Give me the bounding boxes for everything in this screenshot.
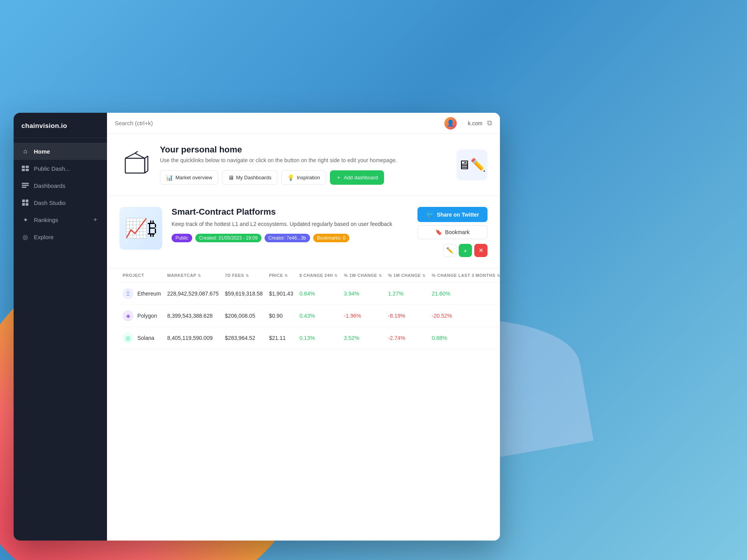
close-icon-button[interactable]: ✕	[474, 244, 487, 257]
tag-created: Created: 31/05/2023 - 19:09	[195, 234, 261, 242]
home-quicklinks: 📊 Market overview 🖥 My Dashboards 💡 Insp…	[160, 170, 447, 185]
sidebar-item-dashboards[interactable]: Dashboards	[14, 177, 107, 194]
action-icons-group: ✏️ + ✕	[443, 244, 487, 257]
share-twitter-button[interactable]: 🐦 Share on Twitter	[417, 207, 487, 222]
sidebar-label-dash-studio: Dash Studio	[34, 200, 66, 206]
svg-rect-10	[26, 203, 28, 206]
topbar-settings-icon[interactable]: ⧉	[487, 119, 492, 127]
content-area: Your personal home Use the quicklinks be…	[107, 134, 500, 541]
col-change1w[interactable]: % 1W CHANGE ⇅	[341, 268, 385, 283]
main-content: 👤 · k.com ⧉	[107, 113, 500, 541]
pol-name: Polygon	[137, 313, 157, 319]
add-dashboard-button[interactable]: ＋ Add dashboard	[330, 170, 384, 185]
add-icon: +	[464, 247, 467, 254]
sidebar-item-public-dash[interactable]: Public Dash...	[14, 160, 107, 177]
dashboard-tags: Public Created: 31/05/2023 - 19:09 Creat…	[172, 234, 408, 242]
dashboard-section: 📈₿ Smart-Contract Platforms Keep track o…	[107, 196, 500, 268]
cell-project-sol: ◎ Solana	[119, 327, 164, 349]
sol-icon: ◎	[123, 332, 133, 343]
table-row: Ξ Ethereum 228,942,529,087.675 $59,619,3…	[119, 283, 500, 305]
twitter-icon: 🐦	[426, 211, 434, 218]
dashboard-desc: Keep track of the hottest L1 and L2 ecos…	[172, 220, 408, 228]
svg-rect-9	[22, 203, 25, 206]
svg-rect-11	[125, 158, 145, 173]
sidebar-item-home[interactable]: ⌂ Home	[14, 143, 107, 160]
svg-rect-6	[22, 187, 26, 188]
table-row: ◈ Polygon 8,399,543,388.628 $206,008.05 …	[119, 305, 500, 327]
market-overview-icon: 📊	[166, 174, 173, 181]
table-section: PROJECT MARKETCAP ⇅ 7D FEES ⇅ PRICE ⇅ $ …	[107, 268, 500, 357]
sidebar-item-explore[interactable]: ◎ Explore	[14, 228, 107, 245]
svg-rect-0	[22, 166, 25, 168]
topbar: 👤 · k.com ⧉	[107, 113, 500, 134]
eth-icon: Ξ	[123, 288, 133, 299]
col-project: PROJECT	[119, 268, 164, 283]
home-title: Your personal home	[160, 145, 447, 155]
rankings-icon: ✦	[21, 216, 29, 224]
col-change1m[interactable]: % 1M CHANGE ⇅	[385, 268, 428, 283]
tag-public: Public	[172, 234, 192, 242]
sidebar-label-home: Home	[34, 148, 50, 155]
cell-change3m-sol: 0.88%	[429, 327, 500, 349]
sidebar-label-explore: Explore	[34, 234, 54, 240]
cell-price-pol: $0.90	[266, 305, 296, 327]
cell-change1m-eth: 1.27%	[385, 283, 428, 305]
col-fees7d[interactable]: 7D FEES ⇅	[222, 268, 266, 283]
close-icon: ✕	[479, 247, 484, 254]
svg-rect-3	[26, 169, 29, 171]
svg-rect-8	[26, 200, 28, 202]
bookmark-button[interactable]: 🔖 Bookmark	[417, 225, 487, 239]
col-change24h[interactable]: $ CHANGE 24H ⇅	[296, 268, 341, 283]
sidebar-item-dash-studio[interactable]: Dash Studio	[14, 194, 107, 211]
pol-icon: ◈	[123, 310, 133, 321]
col-marketcap[interactable]: MARKETCAP ⇅	[164, 268, 222, 283]
edit-icon: ✏️	[446, 247, 454, 254]
my-dashboards-label: My Dashboards	[236, 175, 272, 180]
cell-marketcap-sol: 8,405,119,590.009	[164, 327, 222, 349]
market-overview-button[interactable]: 📊 Market overview	[160, 170, 218, 185]
col-price[interactable]: PRICE ⇅	[266, 268, 296, 283]
cell-change1m-sol: -2.74%	[385, 327, 428, 349]
cell-change24h-sol: 0.13%	[296, 327, 341, 349]
inspiration-label: Inspiration	[297, 175, 320, 180]
main-window: chainvision.io ⌂ Home Public Dash... Das…	[14, 113, 500, 541]
cell-project-eth: Ξ Ethereum	[119, 283, 164, 305]
my-dashboards-button[interactable]: 🖥 My Dashboards	[222, 170, 277, 185]
add-dashboard-icon: ＋	[336, 174, 342, 181]
explore-icon: ◎	[21, 233, 29, 241]
cell-change3m-pol: -20.52%	[429, 305, 500, 327]
home-edit-widget: 🖥✏️	[456, 149, 487, 180]
home-section-icon	[119, 149, 151, 180]
dash-studio-icon	[21, 199, 29, 206]
sidebar-item-rankings[interactable]: ✦ Rankings +	[14, 211, 107, 228]
search-input[interactable]	[115, 120, 440, 126]
cell-project-pol: ◈ Polygon	[119, 305, 164, 327]
col-change3m[interactable]: % CHANGE LAST 3 MONTHS ⇅	[429, 268, 500, 283]
home-subtitle: Use the quicklinks below to navigate or …	[160, 157, 447, 163]
svg-line-13	[135, 153, 145, 158]
cell-change1w-sol: 3.52%	[341, 327, 385, 349]
topbar-right: 👤 · k.com ⧉	[444, 117, 492, 130]
home-icon: ⌂	[21, 147, 29, 155]
tag-creator: Creator: 7e46...3b	[265, 234, 310, 242]
edit-icon-button[interactable]: ✏️	[443, 244, 456, 257]
cell-fees7d-sol: $283,964.52	[222, 327, 266, 349]
dashboard-info: Smart-Contract Platforms Keep track of t…	[172, 207, 408, 242]
table-header-row: PROJECT MARKETCAP ⇅ 7D FEES ⇅ PRICE ⇅ $ …	[119, 268, 500, 283]
sidebar-label-dashboards: Dashboards	[34, 182, 65, 189]
add-dashboard-label: Add dashboard	[344, 175, 378, 180]
table-row: ◎ Solana 8,405,119,590.009 $283,964.52 $…	[119, 327, 500, 349]
svg-rect-1	[26, 166, 29, 168]
cell-marketcap-eth: 228,942,529,087.675	[164, 283, 222, 305]
rankings-add-button[interactable]: +	[91, 216, 99, 224]
home-text: Your personal home Use the quicklinks be…	[160, 145, 447, 185]
add-icon-button[interactable]: +	[459, 244, 472, 257]
inspiration-icon: 💡	[287, 174, 295, 181]
cell-price-sol: $21.11	[266, 327, 296, 349]
share-twitter-label: Share on Twitter	[437, 212, 479, 218]
sidebar-nav: ⌂ Home Public Dash... Dashboards Dash S	[14, 138, 107, 541]
cell-price-eth: $1,901.43	[266, 283, 296, 305]
sidebar-label-rankings: Rankings	[34, 217, 58, 223]
inspiration-button[interactable]: 💡 Inspiration	[281, 170, 326, 185]
bookmark-label: Bookmark	[445, 229, 470, 235]
